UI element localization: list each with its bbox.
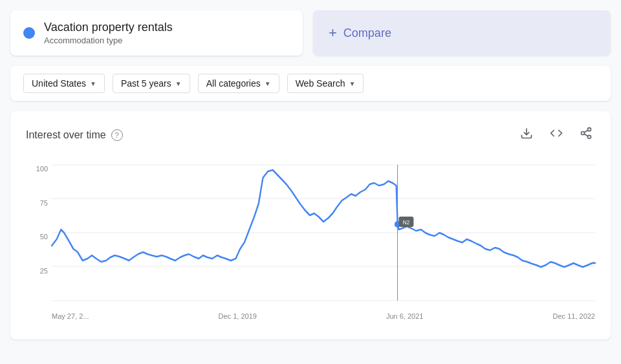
time-label: Past 5 years — [121, 78, 171, 89]
x-axis: May 27, 2... Dec 1, 2019 Jun 6, 2021 Dec… — [52, 302, 595, 320]
term-title: Vacation property rentals — [44, 21, 173, 34]
term-dot — [23, 27, 35, 39]
x-label-2: Dec 1, 2019 — [219, 312, 257, 320]
svg-point-1 — [588, 128, 591, 131]
chart-card: Interest over time ? — [10, 111, 611, 339]
svg-text:N2: N2 — [402, 219, 409, 226]
compare-plus-icon: + — [329, 25, 337, 41]
time-chevron-icon: ▼ — [175, 80, 182, 87]
chart-actions — [518, 124, 595, 145]
filters-bar: United States ▼ Past 5 years ▼ All categ… — [10, 66, 611, 101]
svg-point-2 — [582, 132, 585, 135]
region-filter[interactable]: United States ▼ — [23, 74, 105, 93]
help-icon[interactable]: ? — [111, 129, 123, 141]
term-card: Vacation property rentals Accommodation … — [10, 10, 303, 56]
share-button[interactable] — [577, 124, 595, 145]
time-filter[interactable]: Past 5 years ▼ — [113, 74, 190, 93]
compare-label: Compare — [343, 27, 391, 40]
chart-header: Interest over time ? — [26, 124, 595, 145]
y-label-25: 25 — [26, 267, 52, 275]
category-label: All categories — [206, 78, 261, 89]
embed-button[interactable] — [547, 124, 565, 145]
search-type-filter[interactable]: Web Search ▼ — [287, 74, 364, 93]
chart-container: 100 75 50 25 — [26, 165, 595, 320]
search-type-chevron-icon: ▼ — [349, 80, 355, 87]
search-type-label: Web Search — [296, 78, 345, 89]
category-chevron-icon: ▼ — [265, 80, 271, 87]
svg-point-3 — [588, 135, 591, 138]
download-button[interactable] — [518, 124, 536, 145]
x-label-1: May 27, 2... — [52, 312, 89, 320]
y-label-75: 75 — [26, 199, 52, 207]
y-axis: 100 75 50 25 — [26, 165, 52, 301]
chart-title-area: Interest over time ? — [26, 129, 123, 141]
chart-svg-area: N2 — [52, 165, 595, 301]
x-label-3: Jun 6, 2021 — [386, 312, 424, 320]
region-label: United States — [32, 78, 86, 89]
x-label-4: Dec 11, 2022 — [553, 312, 595, 320]
y-label-50: 50 — [26, 233, 52, 241]
chart-title: Interest over time — [26, 129, 106, 141]
svg-line-5 — [584, 130, 588, 132]
svg-line-4 — [584, 134, 588, 136]
region-chevron-icon: ▼ — [90, 80, 96, 87]
compare-card[interactable]: + Compare — [313, 10, 611, 56]
category-filter[interactable]: All categories ▼ — [198, 74, 279, 93]
term-info: Vacation property rentals Accommodation … — [44, 21, 173, 45]
y-label-100: 100 — [26, 165, 52, 173]
term-subtitle: Accommodation type — [44, 36, 173, 45]
help-question-mark: ? — [115, 131, 119, 139]
